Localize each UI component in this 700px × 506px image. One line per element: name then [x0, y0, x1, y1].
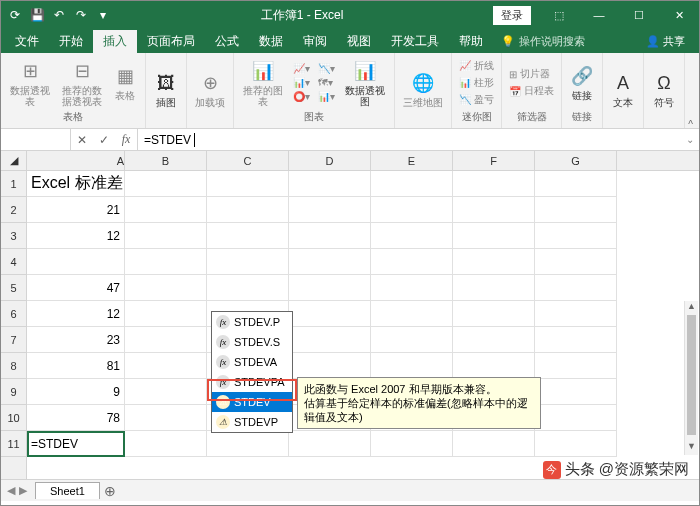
- tab-developer[interactable]: 开发工具: [381, 30, 449, 53]
- addins-button[interactable]: ⊕加载项: [193, 69, 227, 110]
- autocomplete-item[interactable]: fxSTDEV.P: [212, 312, 292, 332]
- function-tooltip: 此函数与 Excel 2007 和早期版本兼容。 估算基于给定样本的标准偏差(忽…: [297, 377, 541, 429]
- name-box[interactable]: [1, 129, 71, 150]
- minimize-icon[interactable]: —: [579, 1, 619, 29]
- add-sheet-icon[interactable]: ⊕: [100, 483, 120, 499]
- col-header[interactable]: B: [125, 151, 207, 170]
- cell[interactable]: 78: [27, 405, 125, 431]
- sheet-nav[interactable]: ◀▶: [1, 484, 33, 497]
- recommended-pivot-button[interactable]: ⊟推荐的数据透视表: [59, 57, 105, 109]
- row-header[interactable]: 6: [1, 301, 26, 327]
- maximize-icon[interactable]: ☐: [619, 1, 659, 29]
- tab-formulas[interactable]: 公式: [205, 30, 249, 53]
- vertical-scrollbar[interactable]: ▲ ▼: [684, 301, 698, 455]
- tab-insert[interactable]: 插入: [93, 30, 137, 53]
- row-header[interactable]: 8: [1, 353, 26, 379]
- cell[interactable]: 23: [27, 327, 125, 353]
- 3dmap-button[interactable]: 🌐三维地图: [401, 69, 445, 110]
- watermark: 今 头条 @资源繁荣网: [543, 460, 689, 479]
- scroll-down-icon[interactable]: ▼: [685, 441, 698, 455]
- col-header[interactable]: F: [453, 151, 535, 170]
- autosave-icon[interactable]: ⟳: [7, 7, 23, 23]
- row-header[interactable]: 3: [1, 223, 26, 249]
- collapse-ribbon-icon[interactable]: ^: [688, 119, 693, 130]
- tab-review[interactable]: 审阅: [293, 30, 337, 53]
- col-header[interactable]: D: [289, 151, 371, 170]
- row-header[interactable]: 2: [1, 197, 26, 223]
- undo-icon[interactable]: ↶: [51, 7, 67, 23]
- expand-formulabar-icon[interactable]: ⌄: [681, 134, 699, 145]
- pivotchart-button[interactable]: 📊数据透视图: [342, 57, 388, 109]
- window-title: 工作簿1 - Excel: [111, 7, 493, 24]
- ribbon: ⊞数据透视表 ⊟推荐的数据透视表 ▦表格 表格 🖼插图 ⊕加载项 📊推荐的图表 …: [1, 53, 699, 129]
- close-icon[interactable]: ✕: [659, 1, 699, 29]
- autocomplete-item[interactable]: fxSTDEVPA: [212, 372, 292, 392]
- col-header[interactable]: E: [371, 151, 453, 170]
- autocomplete-item[interactable]: fxSTDEV.S: [212, 332, 292, 352]
- illustrations-button[interactable]: 🖼插图: [152, 69, 180, 110]
- redo-icon[interactable]: ↷: [73, 7, 89, 23]
- row-header[interactable]: 9: [1, 379, 26, 405]
- autocomplete-item[interactable]: fxSTDEVA: [212, 352, 292, 372]
- save-icon[interactable]: 💾: [29, 7, 45, 23]
- select-all[interactable]: ◢: [1, 151, 26, 171]
- autocomplete-item-selected[interactable]: ⚠STDEV: [212, 392, 292, 412]
- link-button[interactable]: 🔗链接: [568, 62, 596, 103]
- cell[interactable]: [27, 249, 125, 275]
- sheet-tab[interactable]: Sheet1: [35, 482, 100, 499]
- tab-home[interactable]: 开始: [49, 30, 93, 53]
- table-button[interactable]: ▦表格: [111, 62, 139, 103]
- recommended-charts-button[interactable]: 📊推荐的图表: [240, 57, 286, 109]
- scrollbar-thumb[interactable]: [687, 315, 696, 435]
- tab-file[interactable]: 文件: [5, 30, 49, 53]
- tab-data[interactable]: 数据: [249, 30, 293, 53]
- autocomplete-item[interactable]: ⚠STDEVP: [212, 412, 292, 432]
- cell[interactable]: Excel 标准差: [27, 171, 125, 197]
- active-cell[interactable]: =STDEV: [27, 431, 125, 457]
- filters[interactable]: ⊞切片器 📅日程表: [508, 66, 555, 99]
- ribbon-options-icon[interactable]: ⬚: [539, 1, 579, 29]
- row-header[interactable]: 4: [1, 249, 26, 275]
- symbol-button[interactable]: Ω符号: [650, 69, 678, 110]
- cell[interactable]: 9: [27, 379, 125, 405]
- enter-formula-icon[interactable]: ✓: [93, 129, 115, 150]
- text-button[interactable]: A文本: [609, 69, 637, 110]
- cell[interactable]: 81: [27, 353, 125, 379]
- row-header[interactable]: 1: [1, 171, 26, 197]
- row-header[interactable]: 5: [1, 275, 26, 301]
- col-header[interactable]: C: [207, 151, 289, 170]
- cancel-formula-icon[interactable]: ✕: [71, 129, 93, 150]
- pivottable-button[interactable]: ⊞数据透视表: [7, 57, 53, 109]
- col-header[interactable]: A: [27, 151, 125, 170]
- row-header[interactable]: 10: [1, 405, 26, 431]
- col-header[interactable]: G: [535, 151, 617, 170]
- cell[interactable]: 21: [27, 197, 125, 223]
- formula-autocomplete: fxSTDEV.P fxSTDEV.S fxSTDEVA fxSTDEVPA ⚠…: [211, 311, 293, 433]
- sparklines[interactable]: 📈折线 📊柱形 📉盈亏: [458, 58, 495, 108]
- share-button[interactable]: 👤 共享: [636, 34, 695, 49]
- row-header[interactable]: 11: [1, 431, 26, 457]
- scroll-up-icon[interactable]: ▲: [685, 301, 698, 315]
- qat-more-icon[interactable]: ▾: [95, 7, 111, 23]
- tab-view[interactable]: 视图: [337, 30, 381, 53]
- tell-me-search[interactable]: 💡 操作说明搜索: [501, 34, 585, 49]
- chart-types-2[interactable]: 📉▾🗺▾📊▾: [317, 62, 336, 103]
- cell[interactable]: 47: [27, 275, 125, 301]
- row-header[interactable]: 7: [1, 327, 26, 353]
- tab-help[interactable]: 帮助: [449, 30, 493, 53]
- formula-input[interactable]: =STDEV: [138, 129, 681, 150]
- cell[interactable]: 12: [27, 301, 125, 327]
- watermark-logo-icon: 今: [543, 461, 561, 479]
- chart-types[interactable]: 📈▾📊▾⭕▾: [292, 62, 311, 103]
- login-button[interactable]: 登录: [493, 6, 531, 25]
- tab-pagelayout[interactable]: 页面布局: [137, 30, 205, 53]
- cell[interactable]: 12: [27, 223, 125, 249]
- fx-icon[interactable]: fx: [115, 129, 137, 150]
